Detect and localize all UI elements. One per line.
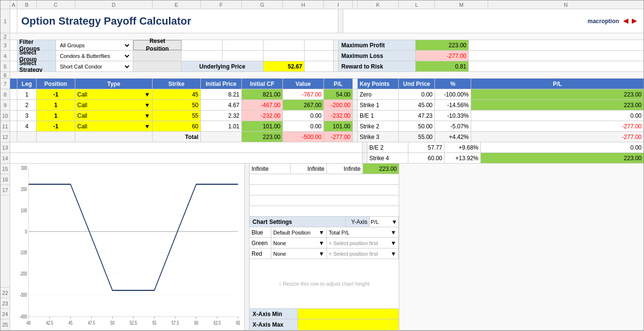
row-5-num: 5 [0,61,10,71]
x-axis-min-value[interactable] [298,309,399,319]
col-a-11 [10,121,17,131]
kp-be1-pct: -10.33% [435,110,471,121]
position-4[interactable]: -1 [37,121,75,131]
kp-be2-label: B/E 2 [367,142,408,152]
svg-text:-400: -400 [20,313,27,319]
row-10-num: 10 [0,110,10,121]
max-loss-value: -277.00 [416,51,469,61]
col-a-3 [10,40,17,50]
underlying-price-value[interactable]: 52.67 [264,61,305,71]
blue-left-dropdown[interactable]: Default Position ▼ [271,227,327,237]
chart-area: 300 200 100 0 -100 -200 -300 -400 40 42.… [10,164,245,330]
position-3[interactable]: 1 [37,110,75,121]
init-price-4[interactable]: 1.01 [201,121,242,131]
key-points-header: Key Points [358,79,399,89]
position-2[interactable]: 1 [37,100,75,110]
leg-header: Leg [17,79,37,89]
init-price-2[interactable]: 4.67 [201,100,242,110]
svg-text:-200: -200 [20,271,27,277]
svg-text:0: 0 [25,228,27,234]
col-n: N [488,0,644,9]
col-m: M [435,0,488,9]
pl-2: -200.00 [324,100,353,110]
position-1[interactable]: -1 [37,89,75,99]
svg-text:60: 60 [194,319,198,326]
pl-4: 101.00 [324,121,353,131]
row-3-end [469,40,644,50]
reset-position-button[interactable]: ResetPosition [133,40,182,50]
kp-s1-pct: -14.56% [435,100,471,110]
kp-inf-pct: Infinite [327,164,363,174]
red-left-dropdown[interactable]: None ▼ [271,248,327,259]
strike-2: 50 [153,100,201,110]
select-group-dropdown[interactable]: Condors & Butterflies [56,51,133,61]
row-22-num: 22 [0,288,10,298]
app-title: Option Strategy Payoff Calculator [17,9,338,33]
row-13-num: 13 [0,142,10,152]
kp-zero-label: Zero [358,89,399,99]
filter-groups-dropdown[interactable]: All Groups [56,40,133,50]
row-7-num: 7 [0,79,10,89]
row-8-num: 8 [0,89,10,99]
max-profit-label: Maximum Profit [338,40,416,50]
row-4-end [469,51,644,61]
y-axis-dropdown[interactable]: P/L ▼ [370,217,399,227]
leg-4: 4 [17,121,37,131]
init-cf-4: 101.00 [242,121,283,131]
filter-groups-select[interactable]: All Groups [58,42,131,49]
type-3[interactable]: Call ▼ [75,110,153,121]
value-4: 0.00 [283,121,324,131]
max-loss-label: Maximum Loss [338,51,416,61]
green-left-dropdown[interactable]: None ▼ [271,238,327,248]
kp-s4-pct: +13.92% [445,153,481,163]
select-strategy-dropdown[interactable]: Short Call Condor [56,61,133,71]
value-header: Value [283,79,324,89]
green-label: Green [250,238,271,248]
svg-text:100: 100 [21,207,27,213]
col-b: B [17,0,37,9]
init-price-1[interactable]: 8.21 [201,89,242,99]
col-h-3 [264,40,305,50]
col-j [353,0,358,9]
kp-s3-pct: +4.42% [435,132,471,142]
strike-3: 55 [153,110,201,121]
red-right-dropdown[interactable]: < Select position first ▼ [327,248,399,259]
kp-inf-label: Infinite [250,164,291,174]
kp-be1-und: 47.23 [399,110,435,121]
col-g-4 [223,51,264,61]
green-right-dropdown[interactable]: < Select position first ▼ [327,238,399,248]
blue-right-dropdown[interactable]: Total P/L ▼ [327,227,399,237]
select-strategy-select[interactable]: Short Call Condor [58,63,131,70]
select-group-select[interactable]: Condors & Butterflies [58,53,131,59]
svg-text:52.5: 52.5 [130,319,137,326]
row-6-num: 6 [0,72,10,78]
col-a-9 [10,100,17,110]
row-24-num: 24 [0,309,10,319]
max-profit-value: 223.00 [416,40,469,50]
type-1[interactable]: Call ▼ [75,89,153,99]
reset-spacer-4 [133,51,182,61]
value-2: 267.00 [283,100,324,110]
svg-text:50: 50 [111,319,115,326]
value-3: 0.00 [283,110,324,121]
init-price-3[interactable]: 2.32 [201,110,242,121]
x-axis-min-label: X-Axis Min [250,309,298,319]
kp-be2-und: 57.77 [408,142,445,152]
kp-s1-label: Strike 1 [358,100,399,110]
col-f: F [201,0,242,9]
svg-text:200: 200 [21,186,27,192]
x-axis-max-value[interactable] [298,319,399,330]
col-a-8 [10,89,17,99]
kp-inf-pl: 223.00 [363,164,399,174]
col-a: A [10,0,17,9]
logo-symbol: ◄► [621,16,639,26]
row-23-num: 23 [0,298,10,309]
reset-btn-label[interactable] [133,61,182,71]
type-4[interactable]: Call ▼ [75,121,153,131]
row-2-num: 2 [0,33,10,40]
type-2[interactable]: Call ▼ [75,100,153,110]
col-c: C [37,0,75,9]
col-f-4 [182,51,223,61]
kp-zero-pl: 223.00 [471,89,644,99]
right-end [399,164,644,330]
